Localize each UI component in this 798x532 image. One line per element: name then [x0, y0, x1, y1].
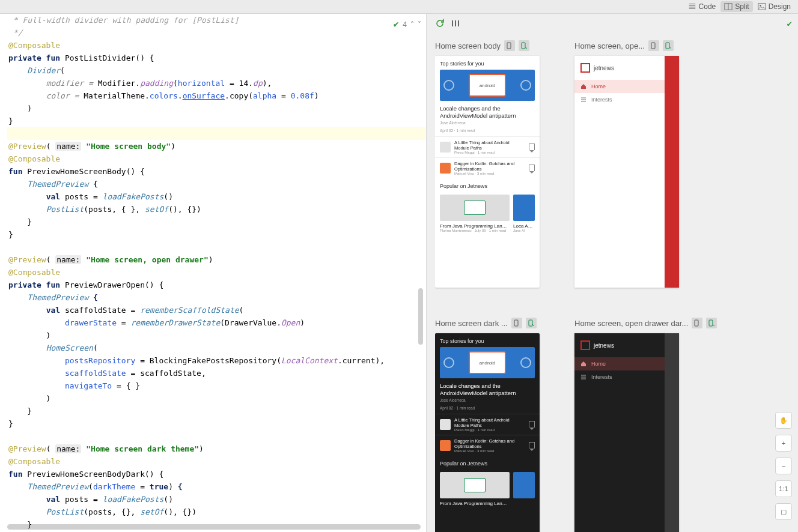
code-line[interactable]: } — [8, 518, 426, 531]
thumbnail — [440, 142, 451, 153]
popular-card — [513, 472, 535, 506]
home-icon — [580, 83, 586, 89]
popular-card: From Java Programming Langua... Florina … — [440, 195, 510, 232]
code-line[interactable]: } — [8, 216, 426, 228]
zoom-in-button[interactable]: + — [775, 435, 792, 452]
view-split-button[interactable]: Split — [720, 1, 752, 12]
section-label: Popular on Jetnews — [435, 178, 540, 192]
zoom-fit-button[interactable]: ▢ — [775, 503, 792, 520]
code-line[interactable]: ) — [8, 329, 426, 342]
drawer-panel: jetnews Home Interests — [574, 333, 665, 532]
code-line[interactable]: ThemedPreview { — [8, 178, 426, 190]
svg-point-3 — [760, 5, 761, 7]
bookmark-icon — [529, 165, 535, 171]
image-icon — [758, 2, 766, 11]
code-line[interactable]: } — [8, 115, 426, 127]
code-line[interactable]: val posts = loadFakePosts() — [8, 190, 426, 203]
interactive-preview-icon[interactable] — [663, 40, 674, 51]
code-line[interactable]: HomeScreen( — [8, 342, 426, 354]
popular-card: Loca Andr Jose Al — [513, 195, 535, 232]
code-line[interactable] — [8, 241, 426, 253]
hero-image: android — [440, 70, 535, 101]
code-line[interactable]: ) — [8, 102, 426, 115]
list-item: A Little Thing about Android Module Path… — [435, 414, 540, 435]
svg-rect-12 — [529, 320, 532, 326]
code-line[interactable]: @Composable — [8, 153, 426, 165]
interactive-preview-icon[interactable] — [706, 318, 717, 328]
svg-rect-11 — [514, 320, 518, 326]
code-line[interactable]: * Full-width divider with padding for [P… — [8, 14, 426, 26]
svg-rect-8 — [522, 43, 525, 49]
deploy-preview-icon[interactable] — [511, 318, 522, 328]
view-design-button[interactable]: Design — [754, 1, 794, 12]
preview-surface: jetnews Home Interests — [574, 56, 679, 288]
drawer-scrim — [665, 333, 679, 532]
hero-title: Locale changes and the AndroidViewModel … — [435, 101, 540, 121]
code-line[interactable]: } — [8, 417, 426, 430]
home-icon — [580, 361, 586, 367]
preview-title: Home screen dark ... — [435, 319, 508, 328]
code-line[interactable]: ThemedPreview { — [8, 291, 426, 304]
svg-rect-5 — [455, 20, 456, 26]
code-line[interactable]: PostList(posts, { }, setOf(), {}) — [8, 203, 426, 216]
code-line[interactable]: private fun PostListDivider() { — [8, 52, 426, 64]
code-line[interactable] — [8, 430, 426, 443]
code-line[interactable]: } — [8, 405, 426, 417]
preview-surface: jetnews Home Interests — [574, 333, 679, 532]
hero-meta: April 02 · 1 min read — [435, 128, 540, 136]
code-line[interactable]: drawerState = rememberDrawerState(Drawer… — [8, 316, 426, 329]
code-line[interactable]: color = MaterialTheme.colors.onSurface.c… — [8, 89, 426, 102]
compose-preview-panel: ✔ Home screen body Top stories for you a… — [426, 14, 798, 532]
deploy-preview-icon[interactable] — [504, 40, 515, 51]
code-line[interactable]: @Preview( name: "Home screen, open drawe… — [8, 253, 426, 266]
preview-item-drawer-open: Home screen, ope... jetnews Home — [574, 40, 679, 288]
code-line[interactable]: ) — [8, 392, 426, 405]
drawer-scrim — [665, 56, 679, 288]
refresh-icon[interactable] — [435, 19, 445, 28]
preview-item-drawer-open-dark: Home screen, open drawer dar... jetnews … — [574, 318, 717, 532]
code-line[interactable]: navigateTo = { } — [8, 379, 426, 392]
code-line[interactable]: */ — [8, 26, 426, 39]
svg-rect-10 — [666, 43, 669, 49]
code-line[interactable]: PostList(posts, {}, setOf(), {}) — [8, 506, 426, 518]
code-line[interactable]: @Preview( name: "Home screen body") — [8, 140, 426, 153]
editor-gutter — [0, 14, 7, 532]
list-item: Dagger in Kotlin: Gotchas and Optimizati… — [435, 435, 540, 456]
preview-canvas[interactable]: Home screen body Top stories for you and… — [435, 40, 790, 532]
pan-button[interactable]: ✋ — [775, 412, 792, 429]
preview-surface: Top stories for you android Locale chang… — [435, 333, 540, 532]
code-line[interactable]: @Composable — [8, 39, 426, 52]
code-line[interactable] — [8, 127, 426, 140]
code-line[interactable]: modifier = Modifier.padding(horizontal =… — [8, 77, 426, 89]
code-line[interactable]: ThemedPreview(darkTheme = true) { — [8, 480, 426, 493]
code-line[interactable]: @Preview( name: "Home screen dark theme"… — [8, 443, 426, 455]
view-design-label: Design — [769, 2, 791, 11]
svg-rect-4 — [452, 20, 453, 26]
interactive-preview-icon[interactable] — [526, 318, 537, 328]
code-line[interactable]: val posts = loadFakePosts() — [8, 493, 426, 506]
code-line[interactable]: private fun PreviewDrawerOpen() { — [8, 279, 426, 291]
zoom-reset-button[interactable]: 1:1 — [775, 480, 792, 497]
settings-icon[interactable] — [451, 19, 460, 28]
code-line[interactable]: fun PreviewHomeScreenBody() { — [8, 165, 426, 178]
preview-title: Home screen, ope... — [574, 41, 645, 50]
preview-surface: Top stories for you android Locale chang… — [435, 56, 540, 288]
code-line[interactable]: } — [8, 228, 426, 241]
popular-card: From Java Programming Langua... — [440, 472, 510, 506]
code-line[interactable]: val scaffoldState = rememberScaffoldStat… — [8, 304, 426, 316]
code-editor[interactable]: ✔ 4 ˄ ˅ * Full-width divider with paddin… — [7, 14, 426, 532]
code-line[interactable]: postsRepository = BlockingFakePostsRepos… — [8, 354, 426, 367]
preview-title: Home screen body — [435, 41, 501, 50]
zoom-out-button[interactable]: − — [775, 458, 792, 474]
deploy-preview-icon[interactable] — [648, 40, 659, 51]
view-code-button[interactable]: Code — [684, 1, 720, 12]
view-code-label: Code — [699, 2, 716, 11]
preview-item-home-body: Home screen body Top stories for you and… — [435, 40, 540, 288]
code-line[interactable]: scaffoldState = scaffoldState, — [8, 367, 426, 379]
code-line[interactable]: fun PreviewHomeScreenBodyDark() { — [8, 468, 426, 480]
deploy-preview-icon[interactable] — [692, 318, 702, 328]
code-line[interactable]: Divider( — [8, 64, 426, 77]
code-line[interactable]: @Composable — [8, 455, 426, 468]
interactive-preview-icon[interactable] — [519, 40, 529, 51]
code-line[interactable]: @Composable — [8, 266, 426, 279]
